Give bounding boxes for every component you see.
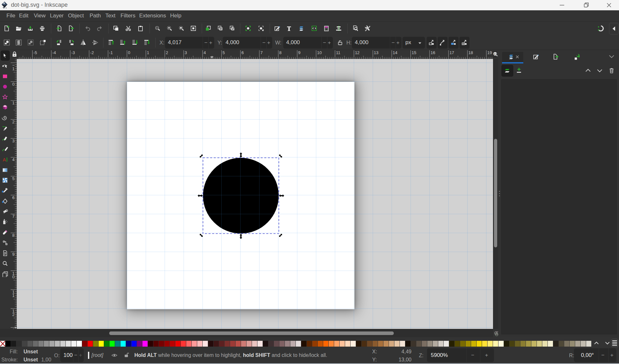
svg-text:-5: -5 [34,50,37,55]
svg-text:8: 8 [12,233,15,238]
svg-text:0: 0 [12,82,15,87]
svg-text:9: 9 [298,50,300,55]
svg-text:-1: -1 [109,50,113,55]
svg-text:3: 3 [12,139,15,143]
svg-text:2: 2 [12,120,15,124]
svg-text:-3: -3 [71,50,75,55]
svg-text:12: 12 [355,50,359,55]
svg-text:14: 14 [393,50,397,55]
svg-text:1: 1 [12,101,15,105]
svg-text:-4: -4 [52,50,56,55]
svg-text:0: 0 [128,50,130,55]
svg-text:1: 1 [12,293,15,298]
svg-text:17: 17 [450,50,454,55]
svg-text:7: 7 [260,50,263,55]
svg-text:13: 13 [374,50,378,55]
svg-text:6: 6 [12,195,15,200]
svg-text:1: 1 [12,66,15,71]
svg-text:10: 10 [317,50,322,55]
svg-text:16: 16 [430,50,435,55]
svg-text:4: 4 [204,50,206,55]
svg-text:7: 7 [12,214,15,219]
svg-text:3: 3 [185,50,187,55]
svg-text:11: 11 [336,50,341,55]
svg-text:8: 8 [279,50,282,55]
svg-text:9: 9 [12,252,15,257]
svg-text:0: 0 [12,274,15,279]
svg-text:A: A [3,157,6,162]
svg-text:-2: -2 [90,50,94,55]
svg-text:5: 5 [223,50,225,55]
svg-text:19: 19 [487,50,492,55]
svg-text:2: 2 [12,312,15,317]
svg-text:4: 4 [12,157,15,162]
svg-text:2: 2 [166,50,168,55]
svg-text:5: 5 [12,176,15,181]
svg-text:1: 1 [147,50,149,55]
svg-text:18: 18 [469,50,473,55]
svg-text:6: 6 [241,50,244,55]
svg-text:15: 15 [412,50,416,55]
svg-text:1:1: 1:1 [494,53,497,55]
